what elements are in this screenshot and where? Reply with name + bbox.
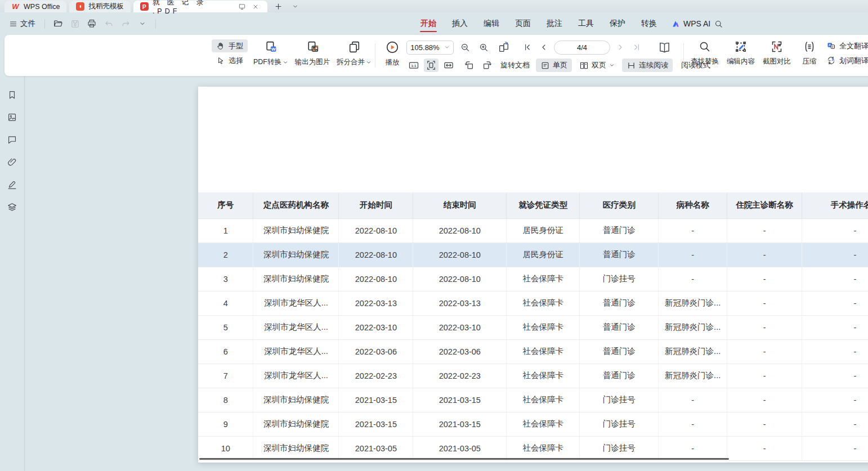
first-page-icon[interactable] bbox=[521, 41, 534, 54]
fit-page-icon[interactable] bbox=[424, 59, 439, 72]
find-replace-button[interactable]: 查找替换 bbox=[688, 40, 722, 66]
comment-panel-icon[interactable] bbox=[7, 134, 18, 145]
menu-tab[interactable]: 工具 bbox=[570, 12, 602, 35]
swap-pages-icon[interactable] bbox=[495, 41, 513, 54]
svg-text:A: A bbox=[829, 43, 831, 47]
docer-icon bbox=[76, 2, 84, 11]
compress-button[interactable]: 压缩 bbox=[797, 40, 822, 66]
tab-wps-office[interactable]: W WPS Office bbox=[5, 1, 66, 12]
table-cell: - bbox=[802, 436, 868, 460]
zoom-out-icon[interactable] bbox=[458, 41, 472, 54]
save-icon[interactable] bbox=[68, 16, 82, 31]
signature-panel-icon[interactable] bbox=[7, 179, 18, 190]
table-cell: - bbox=[659, 436, 727, 460]
svg-text:1:1: 1:1 bbox=[411, 64, 417, 68]
open-file-icon[interactable] bbox=[51, 16, 65, 31]
bookmark-panel-icon[interactable] bbox=[7, 89, 18, 100]
tab-document-pdf[interactable]: P 就 医 记 录 .PDF bbox=[133, 1, 267, 12]
view-mode-row: 1:1 旋转文档 单页 双页 连续阅读 阅读模式 bbox=[406, 58, 710, 73]
last-page-icon[interactable] bbox=[630, 41, 643, 54]
edit-content-button[interactable]: 编辑内容 bbox=[724, 40, 758, 66]
table-cell: 普通门诊 bbox=[580, 218, 659, 243]
pointer-tool-group: 手型 选择 bbox=[212, 39, 248, 67]
table-cell: 2021-03-15 bbox=[413, 388, 507, 412]
redo-icon[interactable] bbox=[118, 16, 133, 31]
tab-label: 找稻壳模板 bbox=[88, 2, 124, 11]
table-cell: 普通门诊 bbox=[580, 315, 659, 339]
table-cell: 9 bbox=[198, 412, 253, 436]
table-cell: 2021-03-15 bbox=[339, 412, 413, 436]
zoom-level-select[interactable]: 105.88% bbox=[406, 41, 454, 55]
menu-tab[interactable]: 开始 bbox=[413, 12, 444, 35]
svg-text:文: 文 bbox=[831, 45, 834, 48]
undo-icon[interactable] bbox=[101, 16, 116, 31]
tab-docer-templates[interactable]: 找稻壳模板 bbox=[69, 1, 131, 12]
tab-label: WPS Office bbox=[24, 3, 60, 11]
table-cell: - bbox=[802, 243, 868, 267]
tab-list-chevron-icon[interactable] bbox=[290, 1, 301, 12]
screenshot-compare-button[interactable]: 截图对比 bbox=[760, 40, 794, 66]
table-cell: 社会保障卡 bbox=[507, 267, 580, 291]
table-cell: 2022-08-10 bbox=[339, 243, 413, 267]
rotate-left-icon[interactable] bbox=[462, 59, 477, 72]
fit-width-icon[interactable] bbox=[441, 59, 456, 72]
left-sidebar bbox=[0, 76, 25, 471]
print-icon[interactable] bbox=[84, 16, 99, 31]
menu-tab-wps-ai[interactable]: WPS AI bbox=[671, 12, 710, 35]
menu-tab[interactable]: 批注 bbox=[539, 12, 570, 35]
present-monitor-icon[interactable] bbox=[238, 2, 247, 12]
export-image-icon bbox=[306, 40, 320, 54]
quickbar-chevron-icon[interactable] bbox=[135, 16, 150, 31]
export-as-image-button[interactable]: 输出为图片 bbox=[292, 40, 333, 67]
menu-tab[interactable]: 保护 bbox=[602, 12, 633, 35]
page-indicator-input[interactable]: 4/4 bbox=[554, 41, 610, 55]
attachment-panel-icon[interactable] bbox=[7, 156, 18, 168]
table-cell: 社会保障卡 bbox=[507, 364, 580, 388]
read-mode-book-icon[interactable] bbox=[656, 41, 673, 54]
rotate-document-label[interactable]: 旋转文档 bbox=[500, 60, 530, 70]
cursor-icon bbox=[216, 56, 225, 65]
rotate-right-icon[interactable] bbox=[480, 59, 494, 72]
split-merge-button[interactable]: 拆分合并 bbox=[334, 40, 374, 67]
menu-search-icon[interactable] bbox=[714, 12, 723, 35]
file-menu-button[interactable]: 文件 bbox=[6, 19, 39, 29]
menu-tab[interactable]: 页面 bbox=[507, 12, 539, 35]
table-row: 1深圳市妇幼保健院2022-08-102022-08-10居民身份证普通门诊--… bbox=[198, 218, 868, 243]
select-tool-button[interactable]: 选择 bbox=[212, 54, 248, 67]
table-cell: - bbox=[727, 218, 802, 243]
svg-text:文: 文 bbox=[828, 60, 831, 63]
zoom-in-icon[interactable] bbox=[476, 41, 491, 54]
play-button[interactable]: 播放 bbox=[379, 40, 406, 68]
word-translate-button[interactable]: 文A 划词翻译 bbox=[822, 54, 868, 67]
full-text-translate-button[interactable]: A文 全文翻译 bbox=[822, 39, 868, 52]
document-canvas: 序号定点医药机构名称开始时间结束时间就诊凭证类型医疗类别病种名称住院主诊断名称手… bbox=[0, 76, 868, 471]
actual-size-icon[interactable]: 1:1 bbox=[406, 59, 421, 72]
menu-tab[interactable]: 插入 bbox=[444, 12, 476, 35]
close-tab-icon[interactable] bbox=[251, 2, 261, 12]
pdf-convert-button[interactable]: W PDF转换 bbox=[251, 40, 290, 67]
continuous-reading-button[interactable]: 连续阅读 bbox=[622, 59, 673, 72]
next-page-icon[interactable] bbox=[614, 41, 627, 54]
hand-tool-button[interactable]: 手型 bbox=[212, 39, 248, 52]
previous-page-icon[interactable] bbox=[538, 41, 550, 54]
new-tab-icon[interactable] bbox=[273, 1, 284, 12]
menu-tab[interactable]: 转换 bbox=[633, 12, 665, 35]
table-cell: 门诊挂号 bbox=[580, 412, 659, 436]
table-cell: - bbox=[802, 388, 868, 412]
column-header: 开始时间 bbox=[339, 192, 413, 218]
horizontal-scrollbar[interactable] bbox=[199, 458, 729, 460]
table-cell: 2022-08-10 bbox=[339, 218, 413, 243]
hand-icon bbox=[216, 42, 225, 51]
table-cell: 7 bbox=[198, 364, 253, 388]
table-cell: 深圳市妇幼保健院 bbox=[253, 267, 339, 291]
layers-panel-icon[interactable] bbox=[7, 201, 18, 213]
table-cell: - bbox=[727, 412, 802, 436]
table-cell: 8 bbox=[198, 388, 253, 412]
single-page-button[interactable]: 单页 bbox=[536, 59, 572, 72]
table-cell: 2022-03-10 bbox=[413, 315, 507, 339]
screenshot-compare-icon bbox=[770, 40, 784, 53]
thumbnail-panel-icon[interactable] bbox=[7, 111, 18, 123]
tab-bar: W WPS Office 找稻壳模板 P 就 医 记 录 .PDF bbox=[0, 0, 868, 12]
double-page-button[interactable]: 双页 bbox=[575, 59, 619, 72]
menu-tab[interactable]: 编辑 bbox=[476, 12, 507, 35]
